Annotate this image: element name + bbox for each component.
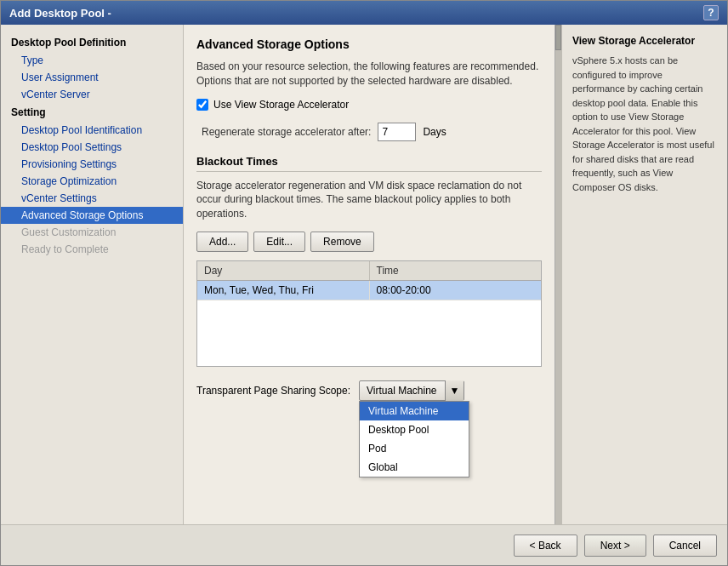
cell-day: Mon, Tue, Wed, Thu, Fri	[197, 281, 370, 300]
tps-label: Transparent Page Sharing Scope:	[196, 385, 350, 397]
sidebar-item-provisioning-settings[interactable]: Provisioning Settings	[1, 156, 183, 173]
sidebar-item-vcenter-server[interactable]: vCenter Server	[1, 86, 183, 103]
column-day: Day	[197, 261, 370, 280]
dialog-title: Add Desktop Pool -	[9, 7, 111, 20]
regenerate-days-input[interactable]	[378, 123, 416, 141]
blackout-table: Day Time Mon, Tue, Wed, Thu, Fri 08:00-2…	[196, 260, 542, 367]
tps-dropdown-menu: Virtual Machine Desktop Pool Pod Global	[359, 401, 469, 477]
table-empty-area	[197, 300, 541, 352]
tps-option-pod[interactable]: Pod	[360, 439, 469, 458]
tps-row: Transparent Page Sharing Scope: Virtual …	[196, 380, 542, 401]
tps-dropdown-value: Virtual Machine	[360, 385, 445, 397]
content-area: Desktop Pool Definition Type User Assign…	[1, 25, 727, 524]
main-panel: Advanced Storage Options Based on your r…	[184, 25, 727, 524]
section-title: Advanced Storage Options	[196, 37, 542, 51]
sidebar-section-setting: Setting	[1, 103, 183, 122]
dialog: Add Desktop Pool - ? Desktop Pool Defini…	[0, 0, 728, 566]
blackout-buttons: Add... Edit... Remove	[196, 232, 542, 252]
tps-dropdown-button[interactable]: Virtual Machine ▼	[359, 380, 464, 401]
edit-button[interactable]: Edit...	[253, 232, 305, 252]
sidebar-section-definition: Desktop Pool Definition	[1, 33, 183, 52]
sidebar: Desktop Pool Definition Type User Assign…	[1, 25, 184, 524]
footer: < Back Next > Cancel	[1, 524, 727, 565]
title-bar: Add Desktop Pool - ?	[1, 1, 727, 25]
sidebar-item-desktop-pool-settings[interactable]: Desktop Pool Settings	[1, 139, 183, 156]
right-panel: View Storage Accelerator vSphere 5.x hos…	[561, 25, 727, 524]
regenerate-label: Regenerate storage accelerator after:	[202, 126, 371, 138]
use-storage-accelerator-checkbox[interactable]	[196, 99, 208, 111]
blackout-description: Storage accelerator regeneration and VM …	[196, 179, 542, 221]
days-label: Days	[423, 126, 446, 138]
tps-option-virtual-machine[interactable]: Virtual Machine	[360, 402, 469, 420]
tps-option-desktop-pool[interactable]: Desktop Pool	[360, 420, 469, 439]
remove-button[interactable]: Remove	[310, 232, 374, 252]
cell-time: 08:00-20:00	[370, 281, 542, 300]
tps-option-global[interactable]: Global	[360, 458, 469, 477]
table-header: Day Time	[197, 261, 541, 281]
table-body: Mon, Tue, Wed, Thu, Fri 08:00-20:00	[197, 281, 541, 366]
sidebar-item-ready-to-complete: Ready to Complete	[1, 241, 183, 258]
sidebar-item-vcenter-settings[interactable]: vCenter Settings	[1, 190, 183, 207]
scroll-bar[interactable]	[555, 25, 561, 524]
regenerate-row: Regenerate storage accelerator after: Da…	[196, 123, 542, 141]
sidebar-item-storage-optimization[interactable]: Storage Optimization	[1, 173, 183, 190]
blackout-title: Blackout Times	[196, 155, 542, 172]
column-time: Time	[370, 261, 542, 280]
center-panel: Advanced Storage Options Based on your r…	[184, 25, 555, 524]
sidebar-item-guest-customization: Guest Customization	[1, 224, 183, 241]
sidebar-item-desktop-pool-identification[interactable]: Desktop Pool Identification	[1, 122, 183, 139]
storage-accelerator-label: Use View Storage Accelerator	[213, 99, 349, 111]
sidebar-item-type[interactable]: Type	[1, 52, 183, 69]
next-button[interactable]: Next >	[584, 535, 646, 557]
storage-accelerator-checkbox-row: Use View Storage Accelerator	[196, 99, 542, 111]
tps-dropdown-arrow[interactable]: ▼	[445, 380, 464, 401]
scroll-thumb[interactable]	[555, 25, 561, 50]
main-description: Based on your resource selection, the fo…	[196, 60, 542, 89]
add-button[interactable]: Add...	[196, 232, 248, 252]
sidebar-item-advanced-storage-options[interactable]: Advanced Storage Options	[1, 207, 183, 224]
right-panel-text: vSphere 5.x hosts can be configured to i…	[572, 54, 717, 194]
tps-dropdown-container: Virtual Machine ▼ Virtual Machine Deskto…	[359, 380, 464, 401]
cancel-button[interactable]: Cancel	[653, 535, 717, 557]
sidebar-item-user-assignment[interactable]: User Assignment	[1, 69, 183, 86]
back-button[interactable]: < Back	[514, 535, 577, 557]
table-row[interactable]: Mon, Tue, Wed, Thu, Fri 08:00-20:00	[197, 281, 541, 300]
right-panel-title: View Storage Accelerator	[572, 35, 717, 47]
help-button[interactable]: ?	[703, 5, 719, 20]
